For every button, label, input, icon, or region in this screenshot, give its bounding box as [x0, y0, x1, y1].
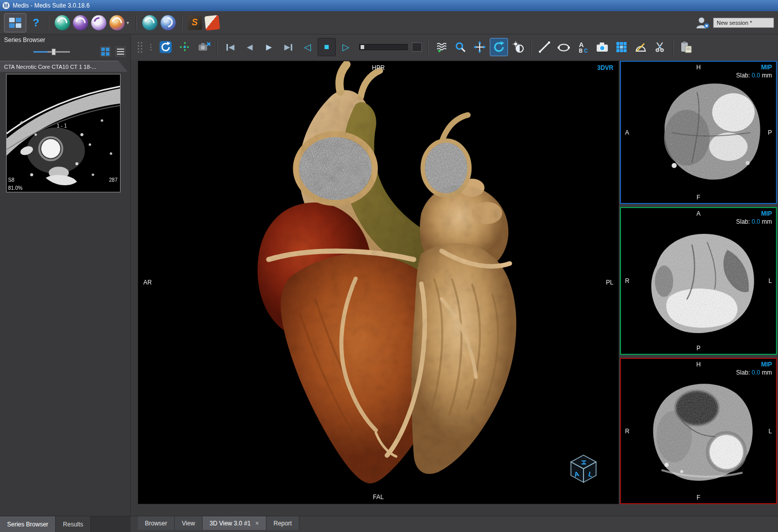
app-icon-7[interactable]: S: [188, 16, 202, 30]
series-browser-panel: Series Browser CTA Necrotic Core CTA10 C…: [0, 34, 131, 516]
text-annotation-icon: A B C: [576, 40, 590, 54]
cine-frame-box[interactable]: [412, 43, 422, 52]
swirl-icon: [55, 15, 69, 29]
app-icon-1[interactable]: [55, 15, 70, 30]
thumbnail-size-slider[interactable]: [33, 51, 70, 53]
cine-speed-slider[interactable]: [359, 44, 408, 50]
paste-clipboard-button[interactable]: [677, 38, 695, 56]
session-selector[interactable]: New session *: [713, 18, 774, 28]
main-3d-viewport[interactable]: HPR 3DVR AR PL FAL H A L: [138, 61, 619, 504]
stop-button[interactable]: ■: [318, 38, 336, 56]
tab-label: Report: [274, 520, 292, 527]
mip-viewport-sagittal[interactable]: H MIP Slab: 0.0 mm R L F: [620, 358, 777, 504]
volume-render-heart: [138, 61, 618, 504]
orientation-cube[interactable]: H A L: [567, 452, 600, 485]
toolbar-separator: [673, 39, 674, 55]
title-bar: M Medis - Medis Suite 3.0.18.6: [0, 0, 778, 11]
thumbnail-controls-row: [0, 45, 130, 59]
toolbar-overflow-menu[interactable]: ⋮: [146, 38, 155, 56]
app-icon-2[interactable]: [73, 15, 88, 30]
help-button[interactable]: ?: [29, 16, 43, 29]
application-toolbar: ? ▾ S New session *: [0, 11, 778, 34]
skip-bar: [291, 44, 292, 51]
toolbar-separator: [427, 39, 429, 55]
launcher-grid-icon: [9, 18, 21, 28]
orientation-label-bottom: F: [696, 194, 700, 201]
orientation-label-top: H: [696, 64, 701, 71]
reset-view-icon: [159, 40, 173, 54]
tab-label: Series Browser: [7, 521, 48, 528]
toolbar-separator: [48, 15, 49, 30]
tab-series-browser[interactable]: Series Browser: [0, 516, 56, 532]
list-view-button[interactable]: [115, 46, 126, 57]
ellipse-roi-button[interactable]: [555, 38, 573, 56]
swirl-icon: [73, 15, 88, 29]
toolbar-grip-handle[interactable]: [138, 42, 142, 53]
tab-results[interactable]: Results: [56, 516, 91, 532]
tab-browser[interactable]: Browser: [138, 516, 175, 530]
synchronize-button[interactable]: [176, 38, 194, 56]
orientation-label-top: HPR: [372, 64, 384, 71]
orientation-label-right: L: [768, 428, 772, 435]
svg-text:B: B: [579, 48, 582, 54]
app-icon-4[interactable]: [109, 15, 125, 30]
app-icon-8[interactable]: [204, 15, 220, 30]
app-icon-4-dropdown-arrow[interactable]: ▾: [127, 20, 129, 25]
grid-view-button[interactable]: [100, 46, 111, 57]
orientation-label-left: R: [625, 428, 630, 435]
swirl-icon: [161, 15, 175, 30]
play-forward-button[interactable]: ▷: [337, 38, 355, 56]
slider-fill: [33, 51, 48, 53]
app-icon-5[interactable]: [142, 15, 158, 30]
angle-measure-button[interactable]: [632, 38, 650, 56]
series-tab[interactable]: CTA Necrotic Core CTA10 CT 1 18-...: [0, 61, 128, 72]
layout-grid-icon: [615, 41, 628, 53]
toolbar-separator: [217, 39, 218, 55]
text-annotation-button[interactable]: A B C: [574, 38, 592, 56]
orientation-label-right: PL: [606, 279, 613, 286]
toolbar-separator: [136, 15, 137, 30]
window-level-button[interactable]: [509, 38, 527, 56]
session-label: New session *: [717, 20, 752, 26]
layout-grid-button[interactable]: [612, 38, 631, 56]
play-reverse-button[interactable]: ◁: [298, 38, 317, 56]
app-icon-6[interactable]: [161, 15, 176, 30]
rotate-3d-button[interactable]: [490, 38, 508, 56]
zoom-button[interactable]: [451, 38, 470, 56]
step-back-button[interactable]: ◀: [241, 38, 259, 56]
pan-arrows-icon: [474, 41, 486, 53]
app-icon-3[interactable]: [91, 15, 106, 30]
skip-to-start-button[interactable]: ◀: [221, 38, 240, 56]
orientation-label-left: AR: [143, 279, 152, 286]
series-thumbnail[interactable]: 1 - 1 S8 287 81.0%: [6, 74, 121, 192]
tab-view[interactable]: View: [175, 516, 203, 530]
orientation-label-top: H: [696, 361, 701, 368]
slider-handle[interactable]: [52, 49, 56, 55]
stack-scroll-button[interactable]: [432, 38, 450, 56]
window-level-icon: [512, 41, 524, 53]
mip-viewport-coronal[interactable]: A MIP Slab: 0.0 mm R L P: [620, 207, 777, 355]
tab-3d-view[interactable]: 3D View 3.0 #1 ×: [203, 516, 266, 530]
crosshair-sync-icon: [179, 41, 191, 53]
scissors-icon: [654, 41, 666, 53]
pan-button[interactable]: [471, 38, 489, 56]
reset-view-button[interactable]: [157, 38, 175, 56]
skip-to-end-button[interactable]: ▶: [279, 38, 297, 56]
clipboard-paste-icon: [680, 40, 693, 54]
svg-text:H: H: [580, 460, 588, 465]
snapshot-camera-button[interactable]: [593, 38, 611, 56]
ruler-button[interactable]: [535, 38, 554, 56]
cine-slider-handle[interactable]: [361, 45, 364, 49]
medis-logo-icon: M: [3, 2, 10, 9]
close-tab-icon[interactable]: ×: [255, 520, 259, 527]
orientation-label-bottom: F: [696, 494, 700, 501]
tab-report[interactable]: Report: [266, 516, 299, 530]
medis-suite-launcher-button[interactable]: [4, 13, 26, 32]
cut-segment-button[interactable]: [651, 38, 669, 56]
tab-label: View: [182, 520, 195, 527]
snapshot-link-button[interactable]: [195, 38, 213, 56]
mip-viewport-axial[interactable]: H MIP Slab: 0.0 mm A P F: [620, 61, 777, 204]
series-tab-label: CTA Necrotic Core CTA10 CT 1 18-...: [4, 64, 96, 70]
session-user-icon[interactable]: [695, 16, 710, 29]
step-forward-button[interactable]: ▶: [260, 38, 278, 56]
